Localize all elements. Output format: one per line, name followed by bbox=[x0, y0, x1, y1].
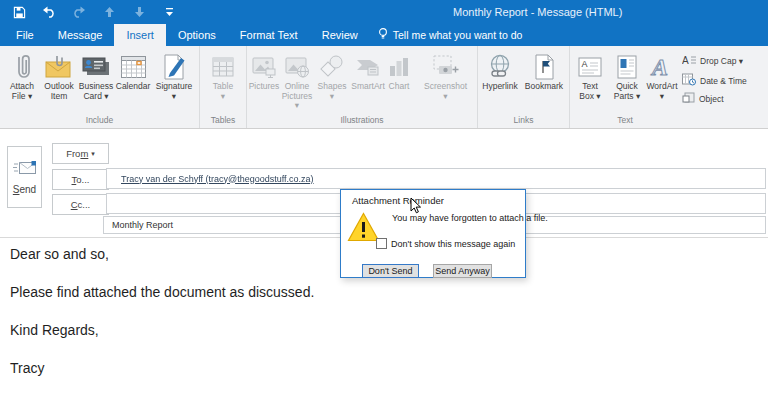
lightbulb-icon bbox=[378, 27, 388, 43]
window-title: Monthly Report - Message (HTML) bbox=[453, 0, 622, 24]
cc-label: Cc... bbox=[71, 199, 91, 210]
ribbon-group-text: A Text Box ▾ Quick Parts ▾ A WordA bbox=[570, 46, 768, 128]
picture-icon bbox=[251, 51, 277, 82]
dont-show-again-label: Don't show this message again bbox=[391, 239, 515, 249]
ribbon: Attach File ▾ Outlook Item Business Card… bbox=[0, 46, 768, 129]
body-paragraph: Please find attached the document as dis… bbox=[10, 283, 758, 301]
save-icon[interactable] bbox=[12, 5, 26, 19]
bookmark-flag-icon bbox=[532, 51, 556, 82]
dont-send-button[interactable]: Don't Send bbox=[362, 264, 419, 278]
shapes-icon bbox=[319, 51, 345, 82]
redo-icon[interactable] bbox=[72, 5, 86, 19]
tab-options[interactable]: Options bbox=[166, 24, 228, 46]
quick-access-toolbar bbox=[12, 0, 176, 24]
smartart-icon bbox=[354, 51, 382, 82]
table-button[interactable]: Table ▾ bbox=[201, 49, 245, 101]
outlook-item-button[interactable]: Outlook Item bbox=[42, 49, 76, 101]
business-card-button[interactable]: Business Card ▾ bbox=[76, 49, 116, 101]
to-label: To... bbox=[72, 174, 90, 185]
svg-text:A: A bbox=[682, 55, 689, 66]
pictures-button[interactable]: Pictures bbox=[247, 49, 281, 111]
tab-review[interactable]: Review bbox=[310, 24, 370, 46]
outlook-message-window: Monthly Report - Message (HTML) File Mes… bbox=[0, 0, 768, 418]
chevron-down-icon: ▾ bbox=[91, 150, 95, 157]
group-label-illustrations: Illustrations bbox=[247, 115, 477, 125]
signature-button[interactable]: Signature ▾ bbox=[150, 49, 198, 101]
tell-me-box[interactable]: Tell me what you want to do bbox=[370, 24, 531, 46]
tab-insert[interactable]: Insert bbox=[114, 24, 166, 46]
calendar-icon bbox=[120, 51, 147, 82]
svg-text:A: A bbox=[650, 54, 668, 80]
up-arrow-icon[interactable] bbox=[102, 5, 116, 19]
button-label: File ▾ bbox=[12, 92, 32, 102]
body-paragraph: Tracy bbox=[10, 359, 758, 377]
quick-parts-button[interactable]: Quick Parts ▾ bbox=[610, 49, 644, 101]
chart-button[interactable]: Chart bbox=[385, 49, 413, 111]
tab-message[interactable]: Message bbox=[46, 24, 115, 46]
customize-toolbar-icon[interactable] bbox=[162, 5, 176, 19]
date-time-button[interactable]: Date & Time bbox=[682, 73, 747, 88]
undo-icon[interactable] bbox=[42, 5, 56, 19]
wordart-icon: A bbox=[649, 51, 675, 82]
date-time-icon bbox=[682, 73, 696, 88]
object-icon bbox=[682, 92, 695, 106]
quick-parts-icon bbox=[616, 51, 638, 82]
screenshot-button[interactable]: Screenshot ▾ bbox=[413, 49, 478, 111]
subject-value: Monthly Report bbox=[112, 220, 173, 230]
ribbon-tab-bar: File Message Insert Options Format Text … bbox=[0, 24, 768, 46]
online-pictures-button[interactable]: Online Pictures ▾ bbox=[281, 49, 313, 111]
to-field[interactable]: Tracy van der Schyff (tracy@thegoodstuff… bbox=[106, 168, 766, 189]
to-recipient-value: Tracy van der Schyff (tracy@thegoodstuff… bbox=[115, 174, 314, 184]
send-envelope-icon bbox=[13, 160, 37, 178]
group-label-text: Text bbox=[515, 115, 735, 125]
ribbon-group-illustrations: Pictures Online Pictures ▾ Shapes ▾ bbox=[247, 46, 478, 128]
send-button[interactable]: Send bbox=[7, 146, 42, 208]
bar-chart-icon bbox=[388, 51, 410, 82]
drop-cap-label: Drop Cap ▾ bbox=[700, 56, 743, 66]
ribbon-group-include: Attach File ▾ Outlook Item Business Card… bbox=[0, 46, 200, 128]
down-arrow-icon[interactable] bbox=[132, 5, 146, 19]
object-label: Object bbox=[699, 94, 724, 104]
ribbon-group-tables: Table ▾ Tables bbox=[200, 46, 247, 128]
from-label: From bbox=[66, 148, 88, 159]
business-card-icon bbox=[81, 51, 111, 82]
send-anyway-button[interactable]: Send Anyway bbox=[433, 264, 492, 278]
drop-cap-icon: A bbox=[682, 54, 696, 68]
tab-file[interactable]: File bbox=[4, 24, 46, 46]
tell-me-label: Tell me what you want to do bbox=[393, 29, 523, 41]
to-button[interactable]: To... bbox=[52, 169, 109, 190]
from-button[interactable]: From ▾ bbox=[52, 143, 109, 164]
attach-file-button[interactable]: Attach File ▾ bbox=[2, 49, 42, 101]
mouse-cursor bbox=[410, 197, 422, 218]
group-label-include: Include bbox=[0, 115, 199, 125]
shapes-button[interactable]: Shapes ▾ bbox=[313, 49, 351, 111]
title-bar: Monthly Report - Message (HTML) bbox=[0, 0, 768, 24]
object-button[interactable]: Object bbox=[682, 92, 724, 106]
table-icon bbox=[211, 51, 235, 82]
date-time-label: Date & Time bbox=[700, 76, 747, 86]
tab-format-text[interactable]: Format Text bbox=[228, 24, 310, 46]
smartart-button[interactable]: SmartArt bbox=[351, 49, 385, 111]
signature-icon bbox=[161, 51, 187, 82]
attachment-reminder-dialog: Attachment Reminder You may have forgott… bbox=[340, 189, 526, 278]
wordart-button[interactable]: A WordArt ▾ bbox=[644, 49, 680, 101]
dont-show-again-checkbox[interactable] bbox=[376, 238, 387, 249]
calendar-button[interactable]: Calendar bbox=[116, 49, 150, 101]
paperclip-icon bbox=[11, 51, 33, 82]
bookmark-button[interactable]: Bookmark bbox=[522, 49, 566, 92]
dialog-title: Attachment Reminder bbox=[352, 195, 444, 206]
group-label-tables: Tables bbox=[200, 115, 246, 125]
text-box-button[interactable]: A Text Box ▾ bbox=[570, 49, 610, 101]
text-box-icon: A bbox=[577, 51, 603, 82]
drop-cap-button[interactable]: A Drop Cap ▾ bbox=[682, 54, 743, 68]
send-label: Send bbox=[13, 184, 36, 195]
hyperlink-button[interactable]: Hyperlink bbox=[478, 49, 522, 92]
svg-text:A: A bbox=[582, 59, 588, 69]
envelope-paperclip-icon bbox=[44, 51, 74, 82]
body-paragraph: Kind Regards, bbox=[10, 321, 758, 339]
cc-button[interactable]: Cc... bbox=[52, 194, 109, 215]
hyperlink-globe-icon bbox=[486, 51, 514, 82]
online-picture-globe-icon bbox=[284, 51, 310, 82]
screenshot-camera-icon bbox=[432, 51, 460, 82]
